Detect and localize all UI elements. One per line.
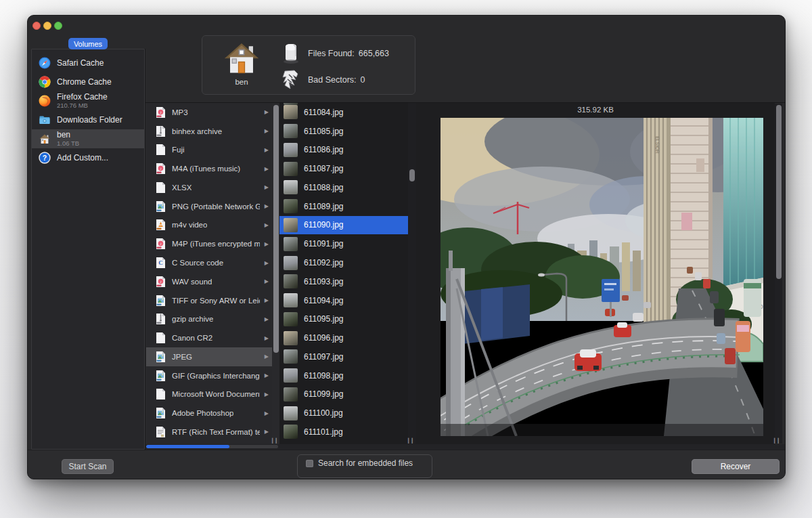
preview-scrollbar-thumb[interactable] [776,105,782,279]
found-files-scrollbar[interactable] [408,103,416,444]
chevron-right-icon[interactable]: ▶ [265,166,269,172]
sidebar-item-safari-cache[interactable]: Safari Cache [32,53,144,72]
found-file-row[interactable]: 611099.jpg [279,385,408,404]
file-type-row-png-portable-network-graphi[interactable]: PNG (Portable Network Graphi...▶ [146,197,272,216]
recover-button[interactable]: Recover [692,459,780,474]
file-type-row-jpeg[interactable]: JPEG▶ [146,347,272,366]
embedded-files-checkbox[interactable] [306,460,313,467]
found-file-row[interactable]: 611094.jpg [279,291,408,310]
pane-resize-grip[interactable]: ▎▎ [774,438,781,444]
chevron-right-icon[interactable]: ▶ [265,184,269,190]
chevron-right-icon[interactable]: ▶ [265,410,269,416]
file-type-row-xlsx[interactable]: XLSX▶ [146,178,272,197]
file-type-row-canon-cr2[interactable]: Canon CR2▶ [146,328,272,347]
chevron-right-icon[interactable]: ▶ [265,147,269,153]
chevron-right-icon[interactable]: ▶ [265,222,269,228]
svg-text:♪: ♪ [160,167,162,171]
found-file-row[interactable]: 611090.jpg [279,216,408,235]
start-scan-button[interactable]: Start Scan [62,459,114,474]
svg-text:?: ? [43,154,47,162]
archive-file-icon [156,313,166,325]
file-type-label: gzip archive [172,315,213,323]
chevron-right-icon[interactable]: ▶ [265,203,269,209]
file-type-row-binhex-archive[interactable]: binhex archive▶ [146,122,272,141]
file-type-row-rtf-rich-text-format-text[interactable]: RTF (Rich Text Format) text▶ [146,423,272,441]
file-type-scrollbar-thumb[interactable] [273,105,279,353]
file-type-row-fuji[interactable]: Fuji▶ [146,141,272,160]
file-thumbnail [284,331,298,345]
file-type-label: m4v video [172,221,207,229]
file-type-row-tiff-or-sony-arw-or-leica-raw[interactable]: TIFF or Sony ARW or Leica raw...▶ [146,291,272,310]
chevron-right-icon[interactable]: ▶ [265,109,269,115]
chevron-right-icon[interactable]: ▶ [265,278,269,284]
preview-file-size: 315.92 KB [416,106,775,114]
found-file-row[interactable]: 611086.jpg [279,141,408,160]
file-type-row-mp3[interactable]: ♪MP3▶ [146,103,272,122]
found-file-row[interactable]: 611084.jpg [279,103,408,122]
file-thumbnail [284,387,298,402]
file-type-label: Adobe Photoshop [172,409,233,417]
file-type-label: C Source code [172,259,223,267]
pane-resize-grip[interactable]: ▎▎ [272,438,279,444]
audio-file-icon: ♪ [156,106,166,118]
downloads-folder-icon [39,114,51,126]
chevron-right-icon[interactable]: ▶ [265,260,269,266]
file-name: 611097.jpg [304,352,344,362]
file-name: 611092.jpg [304,258,344,267]
file-type-label: Canon CR2 [172,334,212,342]
found-file-row[interactable]: 611095.jpg [279,309,408,328]
found-file-row[interactable]: 611089.jpg [279,197,408,216]
image-file-icon [156,200,166,213]
file-type-row-gzip-archive[interactable]: gzip archive▶ [146,309,272,328]
file-type-row-m4v-video[interactable]: m4v video▶ [146,216,272,235]
file-type-row-c-source-code[interactable]: CC Source code▶ [146,253,272,272]
rtf-file-icon [156,426,166,438]
file-name: 611100.jpg [304,408,343,418]
found-file-row[interactable]: 611088.jpg [279,178,408,197]
found-file-row[interactable]: 611092.jpg [279,253,408,272]
safari-icon [39,57,51,69]
sidebar-item-chrome-cache[interactable]: Chrome Cache [32,72,144,91]
chevron-right-icon[interactable]: ▶ [265,241,269,247]
chevron-right-icon[interactable]: ▶ [265,429,269,435]
found-file-row[interactable]: 611098.jpg [279,366,408,385]
file-type-label: Microsoft Word Documents [172,390,260,398]
found-file-row[interactable]: 611091.jpg [279,234,408,253]
found-file-row[interactable]: 611087.jpg [279,159,408,178]
file-type-scrollbar[interactable] [272,103,279,444]
chevron-right-icon[interactable]: ▶ [265,353,269,360]
zoom-window-button[interactable] [54,22,62,30]
found-file-row[interactable]: 611101.jpg [279,423,408,441]
minimize-window-button[interactable] [43,22,51,30]
found-file-row[interactable]: 611100.jpg [279,404,408,423]
found-file-row[interactable]: 611085.jpg [279,122,408,141]
chevron-right-icon[interactable]: ▶ [265,335,269,341]
close-window-button[interactable] [32,22,41,30]
chevron-right-icon[interactable]: ▶ [265,128,269,134]
file-type-row-microsoft-word-documents[interactable]: Microsoft Word Documents▶ [146,385,272,404]
tab-volumes[interactable]: Volumes [68,38,108,49]
chevron-right-icon[interactable]: ▶ [265,316,269,322]
file-type-row-adobe-photoshop[interactable]: Adobe Photoshop▶ [146,404,272,423]
file-type-row-m4p-itunes-encrypted-music[interactable]: ♪M4P (iTunes encrypted music)▶ [146,234,272,253]
chevron-right-icon[interactable]: ▶ [265,297,269,303]
file-type-row-wav-sound[interactable]: ♪WAV sound▶ [146,272,272,291]
scan-progress-bar [146,445,278,448]
sidebar-item-size: 1.06 TB [57,140,79,147]
sidebar-item-firefox-cache[interactable]: Firefox Cache210.76 MB [32,91,144,110]
found-files-scrollbar-thumb[interactable] [409,169,415,181]
file-thumbnail [284,180,298,194]
chevron-right-icon[interactable]: ▶ [265,391,269,397]
sidebar-item-downloads-folder[interactable]: Downloads Folder [32,110,144,129]
sidebar-item-add-custom[interactable]: ?Add Custom... [32,148,144,167]
sidebar-item-ben[interactable]: ben1.06 TB [32,129,144,148]
chevron-right-icon[interactable]: ▶ [265,372,269,379]
file-type-row-m4a-itunes-music[interactable]: ♪M4A (iTunes music)▶ [146,159,272,178]
found-file-row[interactable]: 611093.jpg [279,272,408,291]
found-file-row[interactable]: 611097.jpg [279,347,408,366]
pane-resize-grip[interactable]: ▎▎ [408,438,415,444]
file-type-row-gif-graphics-interchange-for[interactable]: GIF (Graphics Interchange For...▶ [146,366,272,385]
file-thumbnail [284,256,298,270]
preview-scrollbar[interactable] [775,104,782,444]
found-file-row[interactable]: 611096.jpg [279,328,408,347]
